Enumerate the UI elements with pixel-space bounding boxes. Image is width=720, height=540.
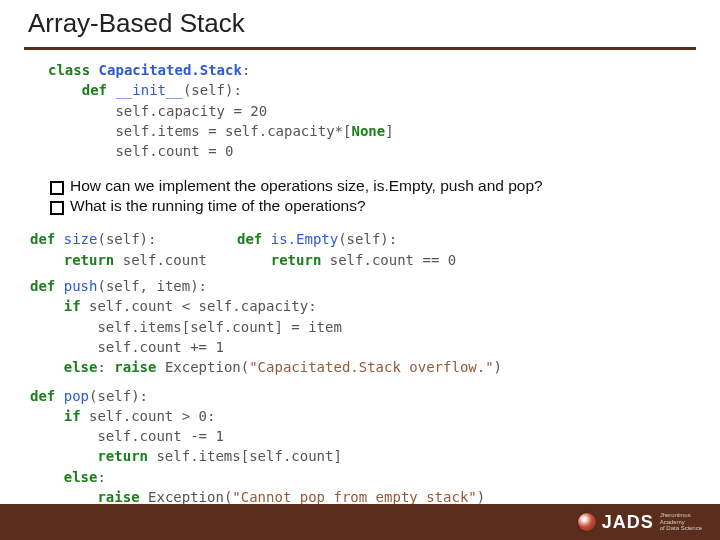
logo-text: JADS <box>602 512 654 533</box>
code-line: self.items = self.capacity*[ <box>115 123 351 139</box>
slide: Array-Based Stack class Capacitated.Stac… <box>0 0 720 540</box>
list-item: How can we implement the operations size… <box>50 177 720 195</box>
logo-subtext: Jheronimus Academy of Data Science <box>660 512 702 532</box>
jads-logo: JADS Jheronimus Academy of Data Science <box>578 512 702 533</box>
bullet-list: How can we implement the operations size… <box>0 169 720 225</box>
footer-bar: JADS Jheronimus Academy of Data Science <box>0 504 720 540</box>
code-pop: def pop(self): if self.count > 0: self.c… <box>0 386 720 508</box>
list-item: What is the running time of the operatio… <box>50 197 720 215</box>
code-size: def size(self): return self.count <box>30 229 207 270</box>
title-divider <box>24 47 696 50</box>
logo-icon <box>578 513 596 531</box>
code-row-small: def size(self): return self.count def is… <box>0 229 720 270</box>
code-class-init: class Capacitated.Stack: def __init__(se… <box>0 60 720 161</box>
class-name: Capacitated.Stack <box>99 62 242 78</box>
code-isempty: def is.Empty(self): return self.count ==… <box>237 229 456 270</box>
code-line: self.count = 0 <box>115 143 233 159</box>
kw-class: class <box>48 62 90 78</box>
page-title: Array-Based Stack <box>0 0 720 43</box>
fn-init: __init__ <box>115 82 182 98</box>
code-push: def push(self, item): if self.count < se… <box>0 276 720 377</box>
kw-def: def <box>82 82 107 98</box>
code-line: self.capacity = 20 <box>115 103 267 119</box>
